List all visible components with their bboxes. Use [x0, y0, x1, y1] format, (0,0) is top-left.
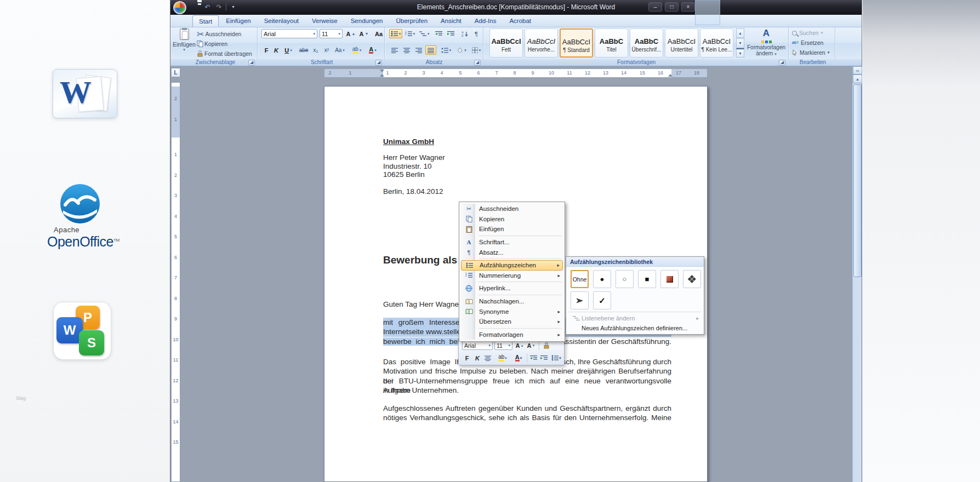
scrollbar-thumb[interactable] — [853, 84, 862, 277]
mini-bold-button[interactable]: F — [462, 353, 472, 363]
menu-item-nummerierung[interactable]: 12 Nummerierung ▸ — [461, 271, 563, 281]
style-titel[interactable]: AaBbC Titel — [595, 28, 628, 58]
bullets-button[interactable]: ▾ — [389, 29, 402, 38]
ruler-toggle-button[interactable]: ▭ — [853, 66, 862, 74]
tab-verweise[interactable]: Verweise — [306, 15, 344, 27]
menu-item-kopieren[interactable]: Kopieren — [461, 214, 563, 225]
maximize-button[interactable]: □ — [665, 2, 679, 12]
tab-ueberpruefen[interactable]: Überprüfen — [390, 15, 434, 27]
styles-scroll-up-button[interactable]: ▲ — [736, 28, 744, 38]
mini-italic-button[interactable]: K — [472, 353, 482, 363]
menu-item-formatvorlagen[interactable]: Formatvorlagen ▸ — [461, 330, 563, 340]
line-spacing-button[interactable]: ▾ — [440, 45, 453, 55]
style-fett[interactable]: AaBbCcI Fett — [489, 28, 523, 58]
menu-item-ausschneiden[interactable]: ✂ Ausschneiden — [461, 204, 563, 214]
menu-item-hyperlink[interactable]: Hyperlink... — [461, 283, 563, 294]
mini-increase-indent-button[interactable] — [539, 353, 549, 363]
borders-button[interactable]: ▾ — [470, 45, 482, 55]
paragraph-dialog-launcher[interactable]: ◢ — [474, 60, 481, 66]
mini-font-size-combo[interactable]: 11 ▾ — [494, 341, 512, 350]
mini-bullets-button[interactable]: ▾ — [550, 353, 563, 363]
show-paragraph-marks-button[interactable]: ¶ — [471, 29, 481, 38]
bullet-option-filled-circle[interactable]: ● — [593, 270, 611, 288]
clipboard-dialog-launcher[interactable]: ◢ — [248, 60, 255, 66]
mini-shrink-font-button[interactable]: A▼ — [526, 341, 537, 350]
replace-button[interactable]: ab Ersetzen — [792, 39, 823, 46]
sort-button[interactable]: AZ — [459, 29, 470, 38]
styles-more-button[interactable]: ▼ — [736, 48, 744, 58]
clear-formatting-button[interactable]: Aa — [372, 29, 385, 38]
menu-item-absatz[interactable]: ¶ Absatz... — [461, 247, 563, 257]
minimize-button[interactable]: – — [648, 2, 662, 12]
bullet-option-open-circle[interactable]: ○ — [616, 270, 634, 288]
italic-button[interactable]: K — [271, 45, 281, 55]
superscript-button[interactable]: x² — [322, 45, 332, 55]
subscript-button[interactable]: x₂ — [311, 45, 321, 55]
bullet-option-3d-box[interactable] — [660, 270, 679, 288]
mini-font-color-button[interactable]: A ▾ — [511, 353, 526, 363]
close-button[interactable]: × — [681, 2, 695, 12]
numbering-button[interactable]: 12 ▾ — [403, 29, 417, 38]
format-painter-button[interactable]: Format übertragen — [197, 49, 252, 58]
align-left-button[interactable] — [389, 45, 400, 55]
cut-button[interactable]: ✂ Ausschneiden — [197, 30, 241, 38]
style-untertitel[interactable]: AaBbCcI Untertitel — [665, 28, 698, 58]
paste-button[interactable]: Einfügen ▾ — [175, 28, 193, 58]
tab-stop-selector[interactable]: L — [171, 68, 180, 77]
tab-ansicht[interactable]: Ansicht — [435, 15, 468, 27]
style-kein-leerraum[interactable]: AaBbCcI ¶ Kein Lee... — [700, 28, 733, 58]
shrink-font-button[interactable]: A▼ — [358, 29, 370, 38]
shading-button[interactable]: ▾ — [455, 45, 468, 55]
tab-start[interactable]: Start — [192, 15, 219, 27]
align-right-button[interactable] — [413, 45, 424, 55]
font-size-combo[interactable]: 11 ▾ — [320, 29, 343, 38]
mini-grow-font-button[interactable]: A▲ — [514, 341, 525, 350]
change-list-level-item[interactable]: Listenebene ändern ▸ — [568, 313, 702, 323]
mini-format-painter-button[interactable] — [541, 341, 552, 350]
multilevel-list-button[interactable]: ▾ — [418, 29, 431, 38]
style-standard[interactable]: AaBbCcI ¶ Standard — [560, 28, 593, 58]
tab-acrobat[interactable]: Acrobat — [503, 15, 537, 27]
right-indent-marker[interactable] — [668, 74, 673, 77]
menu-item-uebersetzen[interactable]: Übersetzen ▸ — [461, 317, 563, 327]
bullet-option-none[interactable]: Ohne — [571, 270, 589, 288]
tab-einfuegen[interactable]: Einfügen — [220, 15, 257, 27]
bullet-option-four-diamonds[interactable] — [683, 270, 701, 288]
menu-item-nachschlagen[interactable]: Nachschlagen... — [461, 296, 563, 307]
first-line-indent-marker[interactable] — [380, 70, 384, 72]
change-styles-button[interactable]: A Formatvorlagen ändern ▾ — [746, 28, 787, 58]
bullet-option-arrow[interactable] — [571, 291, 589, 309]
menu-item-schriftart[interactable]: A Schriftart... — [461, 237, 563, 248]
find-button[interactable]: Suchen ▾ — [792, 30, 823, 36]
font-color-button[interactable]: A▾ — [366, 45, 380, 55]
menu-item-synonyme[interactable]: Synonyme ▸ — [461, 306, 563, 317]
mini-decrease-indent-button[interactable] — [528, 353, 538, 363]
styles-scroll-down-button[interactable]: ▼ — [736, 38, 744, 48]
font-dialog-launcher[interactable]: ◢ — [375, 60, 382, 66]
bullet-option-checkmark[interactable]: ✓ — [593, 291, 611, 309]
menu-item-einfuegen[interactable]: Einfügen — [461, 224, 563, 234]
decrease-indent-button[interactable] — [433, 29, 444, 38]
scroll-up-button[interactable]: ▲ — [853, 74, 862, 83]
underline-button[interactable]: U▾ — [281, 45, 295, 55]
text-highlight-button[interactable]: ab▾ — [349, 45, 364, 55]
increase-indent-button[interactable] — [445, 29, 456, 38]
define-new-bullet-item[interactable]: Neues Aufzählungszeichen definieren... — [568, 323, 702, 333]
mini-font-name-combo[interactable]: Arial ▾ — [462, 341, 493, 350]
styles-dialog-launcher[interactable]: ◢ — [779, 60, 785, 66]
tab-sendungen[interactable]: Sendungen — [345, 15, 389, 27]
justify-button[interactable] — [425, 45, 436, 55]
hanging-indent-marker[interactable] — [380, 74, 384, 77]
style-ueberschrift[interactable]: AaBbC Überschrif... — [630, 28, 663, 58]
align-center-button[interactable] — [401, 45, 412, 55]
bold-button[interactable]: F — [261, 45, 271, 55]
mini-align-center-button[interactable] — [483, 353, 493, 363]
strikethrough-button[interactable]: abe — [297, 45, 311, 55]
select-button[interactable]: Markieren ▾ — [792, 49, 829, 56]
menu-item-aufzaehlungszeichen[interactable]: Aufzählungszeichen ▸ — [461, 260, 563, 271]
tab-seitenlayout[interactable]: Seitenlayout — [258, 15, 305, 27]
bullet-option-filled-square[interactable]: ■ — [638, 270, 656, 288]
grow-font-button[interactable]: A▲ — [345, 29, 357, 38]
mini-highlight-button[interactable]: ab ▾ — [495, 353, 510, 363]
style-hervorhebung[interactable]: AaBbCcI Hervorhe... — [525, 28, 558, 58]
